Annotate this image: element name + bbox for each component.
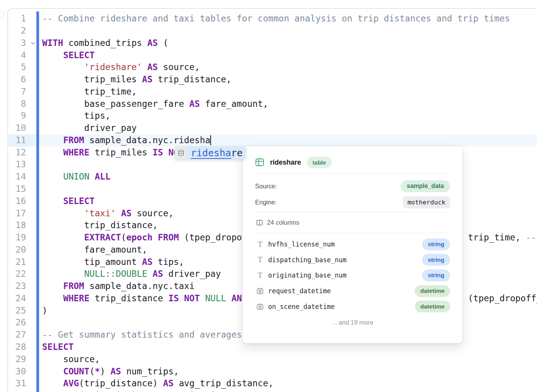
code-token: AVG [63, 378, 79, 388]
code-token: * [95, 366, 100, 376]
fold-chevron-down-icon[interactable] [29, 37, 36, 49]
code-token: SELECT [63, 50, 95, 60]
code-line-1[interactable]: -- Combine rideshare and taxi tables for… [42, 13, 510, 25]
code-token: (tpep_dropoff_datetime - tpep_pickup_dat… [463, 293, 537, 303]
code-token [152, 232, 158, 242]
code-token: ( [158, 38, 168, 48]
column-type-badge: string [422, 238, 450, 250]
line-number-6: 6 [7, 74, 26, 86]
code-token: base_passenger_fare [42, 99, 189, 109]
code-token: AS [189, 99, 200, 109]
code-line-17[interactable]: 'taxi' AS source, [42, 207, 174, 220]
column-name: on_scene_datetime [268, 303, 335, 310]
panel-collapse-handle[interactable] [0, 11, 4, 18]
code-token [163, 147, 169, 157]
code-line-7[interactable]: trip_time, [42, 86, 137, 98]
type-string-icon: T [256, 271, 264, 279]
table-icon [255, 158, 264, 167]
line-number-27: 27 [7, 329, 26, 341]
code-line-25[interactable]: ) [42, 305, 47, 317]
line-number-25: 25 [7, 305, 26, 317]
column-type-badge: datetime [415, 301, 450, 312]
code-token: driver_pay [163, 269, 221, 279]
code-token: trip_distance [90, 293, 169, 303]
code-token: WHERE [63, 147, 90, 157]
column-row-hvfhs_license_num: Thvfhs_license_numstring [256, 237, 450, 251]
code-token: ) [100, 366, 110, 376]
column-name: originating_base_num [268, 271, 347, 279]
code-token [200, 293, 205, 303]
code-line-18[interactable]: trip_distance, [42, 219, 158, 232]
code-line-30[interactable]: COUNT(*) AS num_trips, [42, 366, 179, 378]
columns-count-label: 24 columns [267, 219, 299, 226]
code-token: epoch [126, 232, 153, 242]
code-line-4[interactable]: SELECT [42, 49, 95, 62]
code-token [42, 293, 63, 303]
code-line-21[interactable]: tip_amount AS tips, [42, 256, 184, 268]
code-token [142, 62, 147, 72]
code-token [42, 366, 63, 376]
table-name: rideshare [270, 158, 301, 167]
source-label: Source: [255, 183, 277, 190]
code-token: AS [121, 208, 131, 218]
code-line-20[interactable]: fare_amount, [42, 244, 147, 256]
column-type-badge: string [422, 254, 450, 266]
code-line-16[interactable]: SELECT [42, 195, 95, 207]
line-number-23: 23 [7, 280, 26, 292]
code-line-3[interactable]: WITH combined_trips AS ( [42, 37, 168, 49]
line-number-4: 4 [7, 49, 26, 62]
code-line-8[interactable]: base_passenger_fare AS fare_amount, [42, 98, 268, 110]
autocomplete-matched-text: ridesha [191, 147, 231, 158]
code-token: FROM [63, 135, 84, 145]
line-number-2: 2 [7, 25, 26, 37]
code-line-5[interactable]: 'rideshare' AS source, [42, 61, 200, 74]
code-token: AS [142, 257, 152, 267]
code-token [42, 135, 63, 145]
code-token: (trip_distance) [79, 378, 163, 388]
code-line-31[interactable]: AVG(trip_distance) AS avg_trip_distance, [42, 377, 273, 390]
table-info-popover: rideshare table Source: sample_data Engi… [242, 146, 463, 343]
code-token: NULL [205, 293, 226, 303]
code-token [116, 208, 121, 218]
code-token: tips, [152, 257, 184, 267]
code-token: IS [168, 293, 178, 303]
code-token: EXTRACT [84, 232, 121, 242]
line-number-20: 20 [7, 244, 26, 256]
autocomplete-rest-text: re [231, 147, 242, 158]
line-number-16: 16 [7, 195, 26, 207]
code-token: tip_amount [42, 257, 142, 267]
code-line-11[interactable]: FROM sample_data.nyc.ridesha [42, 134, 210, 147]
code-token [179, 293, 184, 303]
code-line-23[interactable]: FROM sample_data.nyc.taxi [42, 280, 195, 292]
table-type-badge: table [307, 157, 332, 168]
code-token: trip_miles [42, 74, 142, 84]
code-token: combined_trips [63, 38, 147, 48]
code-line-6[interactable]: trip_miles AS trip_distance, [42, 74, 231, 86]
code-token: FROM [63, 281, 84, 291]
line-number-3: 3 [7, 37, 26, 49]
code-line-32[interactable]: AVG(trip_time) AS avg_trip_time, [42, 390, 231, 392]
code-token: COUNT [63, 366, 90, 376]
code-line-28[interactable]: SELECT [42, 341, 74, 353]
code-line-9[interactable]: tips, [42, 110, 110, 122]
code-line-29[interactable]: source, [42, 353, 100, 366]
column-row-dispatching_base_num: Tdispatching_base_numstring [256, 253, 450, 267]
code-line-10[interactable]: driver_pay [42, 122, 137, 134]
code-token [42, 390, 63, 392]
code-token: ( [90, 366, 95, 376]
code-token: source, [131, 208, 174, 218]
line-number-29: 29 [7, 353, 26, 366]
source-row: Source: sample_data [255, 179, 450, 193]
line-number-32: 32 [7, 390, 26, 392]
code-token: UNION [63, 172, 90, 181]
line-number-17: 17 [7, 207, 26, 220]
code-line-22[interactable]: NULL::DOUBLE AS driver_pay [42, 268, 221, 280]
code-line-14[interactable]: UNION ALL [42, 171, 110, 183]
autocomplete-suggestion-rideshare[interactable]: rideshare [187, 146, 246, 159]
code-token: -- Combine rideshare and taxi tables for… [42, 13, 510, 23]
columns-icon [256, 219, 263, 226]
text-cursor [210, 135, 211, 145]
column-name: request_datetime [268, 287, 331, 295]
code-token: WITH [42, 38, 63, 48]
source-value-badge: sample_data [401, 180, 450, 192]
